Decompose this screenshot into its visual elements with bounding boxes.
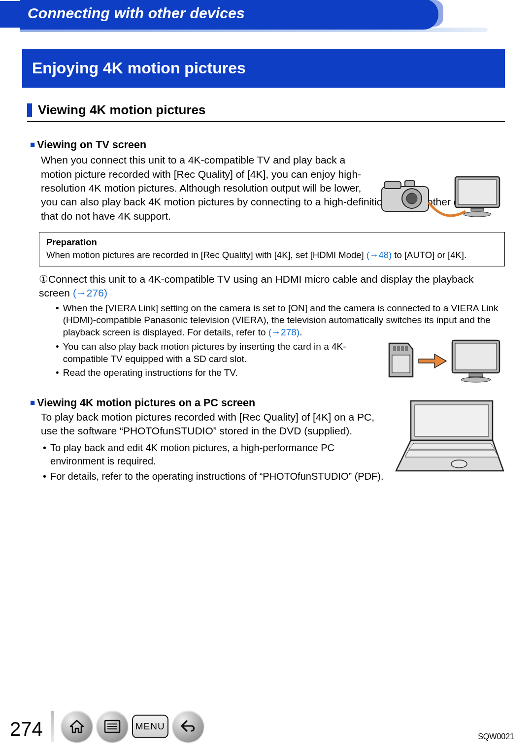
sublist-a-link[interactable]: (→278) xyxy=(268,327,299,337)
section-heading: Viewing 4K motion pictures xyxy=(27,101,505,122)
svg-rect-18 xyxy=(415,405,489,436)
list-item: • You can also play back motion pictures… xyxy=(56,341,377,365)
list-item: • To play back and edit 4K motion pictur… xyxy=(43,441,387,468)
svg-point-19 xyxy=(451,460,467,468)
preparation-text-before: When motion pictures are recorded in [Re… xyxy=(46,250,366,260)
pc-sub-a: To play back and edit 4K motion pictures… xyxy=(50,441,387,468)
preparation-page-link[interactable]: (→48) xyxy=(366,250,392,260)
step-1-marker: ① xyxy=(39,273,48,285)
sublist-a-after: . xyxy=(299,327,302,337)
step-1-link[interactable]: (→276) xyxy=(73,287,107,298)
chapter-left-tab xyxy=(0,1,20,28)
list-item: • Read the operating instructions for th… xyxy=(56,367,377,379)
svg-rect-4 xyxy=(405,181,415,187)
menu-button-label: MENU xyxy=(135,720,165,733)
preparation-heading: Preparation xyxy=(46,236,498,248)
page-footer: 274 MENU SQW0021 xyxy=(0,702,532,756)
pc-sub-b: For details, refer to the operating inst… xyxy=(50,470,384,483)
svg-rect-15 xyxy=(455,343,497,370)
svg-rect-16 xyxy=(469,374,483,377)
bullet-dot-icon: • xyxy=(43,441,46,468)
step-1: ①Connect this unit to a 4K-compatible TV… xyxy=(39,272,505,300)
bullet-square-icon: ■ xyxy=(30,398,35,407)
svg-point-17 xyxy=(461,377,491,382)
chapter-accent xyxy=(429,0,443,27)
section-heading-text: Viewing 4K motion pictures xyxy=(38,101,205,119)
preparation-box: Preparation When motion pictures are rec… xyxy=(39,232,505,266)
bullet-dot-icon: • xyxy=(56,367,59,379)
document-number: SQW0021 xyxy=(478,731,514,742)
illustration-camera-to-tv xyxy=(379,173,502,222)
tv-heading-text: Viewing on TV screen xyxy=(37,139,146,151)
bullet-square-icon: ■ xyxy=(30,140,35,149)
bullet-dot-icon: • xyxy=(56,341,59,365)
list-item: • When the [VIERA Link] setting on the c… xyxy=(56,302,505,339)
menu-button[interactable]: MENU xyxy=(132,715,168,738)
svg-rect-12 xyxy=(405,346,408,351)
illustration-sdcard-to-tv xyxy=(379,337,502,389)
svg-rect-3 xyxy=(384,182,401,189)
footer-divider xyxy=(51,711,54,742)
svg-point-2 xyxy=(406,193,417,204)
list-item: • For details, refer to the operating in… xyxy=(43,470,387,483)
svg-rect-10 xyxy=(397,346,400,351)
pc-heading-text: Viewing 4K motion pictures on a PC scree… xyxy=(37,397,255,409)
svg-rect-9 xyxy=(393,346,396,351)
sublist-c-text: Read the operating instructions for the … xyxy=(63,367,238,379)
svg-point-8 xyxy=(464,212,491,217)
heading-accent-bar xyxy=(27,103,32,117)
svg-rect-11 xyxy=(401,346,404,351)
contents-button[interactable] xyxy=(97,711,128,742)
page-number: 274 xyxy=(10,716,43,742)
chapter-title: Connecting with other devices xyxy=(20,0,438,30)
page-title: Enjoying 4K motion pictures xyxy=(22,49,505,88)
svg-rect-13 xyxy=(392,355,410,373)
chapter-header: Connecting with other devices xyxy=(0,0,532,29)
svg-rect-7 xyxy=(471,208,484,211)
bullet-dot-icon: • xyxy=(56,302,59,339)
illustration-laptop xyxy=(394,396,505,480)
back-button[interactable] xyxy=(172,711,204,742)
sublist-b-text: You can also play back motion pictures b… xyxy=(63,341,377,365)
home-button[interactable] xyxy=(61,711,93,742)
bullet-dot-icon: • xyxy=(43,470,46,483)
svg-rect-6 xyxy=(458,180,497,204)
preparation-text-after: to [AUTO] or [4K]. xyxy=(392,250,466,260)
